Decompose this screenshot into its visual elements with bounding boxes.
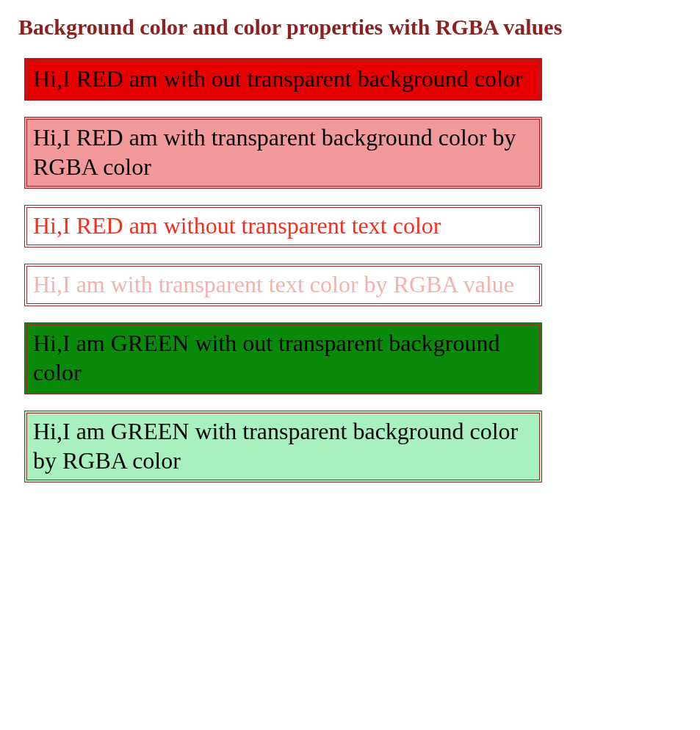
- demo-box-text: Hi,I RED am without transparent text col…: [33, 212, 441, 239]
- demo-box-text: Hi,I am with transparent text color by R…: [33, 271, 514, 297]
- demo-box-red-solid-bg: Hi,I RED am with out transparent backgro…: [24, 58, 542, 101]
- demo-box-text: Hi,I am GREEN with transparent backgroun…: [33, 418, 518, 474]
- demo-box-text: Hi,I am GREEN with out transparent backg…: [33, 330, 499, 386]
- demo-box-green-solid-bg: Hi,I am GREEN with out transparent backg…: [24, 322, 542, 394]
- demo-box-text: Hi,I RED am with out transparent backgro…: [33, 65, 523, 92]
- demo-box-list: Hi,I RED am with out transparent backgro…: [18, 58, 682, 483]
- demo-box-green-rgba-bg: Hi,I am GREEN with transparent backgroun…: [24, 411, 542, 483]
- demo-box-red-rgba-text: Hi,I am with transparent text color by R…: [24, 264, 542, 306]
- demo-box-red-solid-text: Hi,I RED am without transparent text col…: [24, 205, 542, 247]
- demo-box-text: Hi,I RED am with transparent background …: [33, 124, 516, 180]
- demo-box-red-rgba-bg: Hi,I RED am with transparent background …: [24, 117, 542, 189]
- page-title: Background color and color properties wi…: [18, 15, 682, 40]
